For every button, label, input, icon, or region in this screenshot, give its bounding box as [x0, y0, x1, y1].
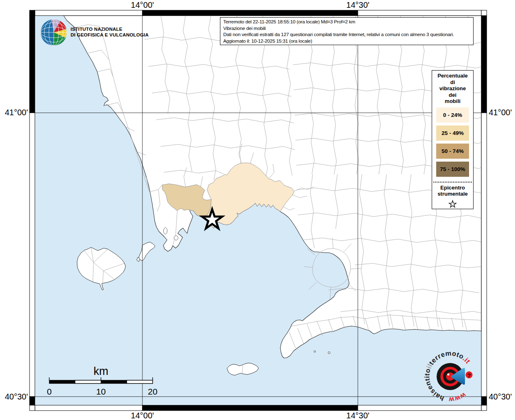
legend-epicenter-line: Epicentro — [432, 185, 473, 191]
info-line-updated: Aggiornato il: 10-12-2025 15:31 (ora loc… — [223, 38, 471, 45]
legend-title-line: Percentuale — [432, 73, 473, 79]
hsit-bullseye-highlight — [447, 373, 449, 375]
scale-label-10: 10 — [96, 387, 105, 396]
frame-corner-bl — [30, 405, 35, 411]
felt-map-stage: ISTITUTO NAZIONALE DI GEOFISICA E VULCAN… — [0, 0, 515, 420]
legend-class-50-74: 50 - 74% — [436, 144, 469, 159]
axis-label-top-right: 14°30' — [346, 0, 369, 9]
map-interior: ISTITUTO NAZIONALE DI GEOFISICA E VULCAN… — [0, 0, 481, 405]
lake-miseno — [174, 236, 178, 240]
axis-label-bottom-right: 14°30' — [346, 411, 369, 420]
legend-class-label: 50 - 74% — [442, 148, 464, 154]
legend-class-25-49: 25 - 49% — [436, 126, 469, 141]
legend-title-line: vibrazione — [432, 85, 473, 92]
info-line-type: Vibrazione dei mobili — [223, 25, 471, 32]
legend-epicenter-star-icon — [448, 200, 457, 208]
legend-class-label: 25 - 49% — [442, 130, 464, 136]
earthquake-info-box: Terremoto del 22-11-2025 18:55:10 (ora l… — [220, 17, 474, 45]
frame-corner-tr — [481, 10, 487, 16]
axis-label-right-40: 40°30' — [489, 392, 512, 401]
legend-class-label: 75 - 100% — [440, 166, 465, 172]
scale-label-20: 20 — [148, 387, 157, 396]
legend-class-label: 0 - 24% — [443, 112, 462, 118]
frame-corner-br — [481, 405, 487, 411]
map-canvas: ISTITUTO NAZIONALE DI GEOFISICA E VULCAN… — [0, 0, 515, 420]
ingv-logo-line1: ISTITUTO NAZIONALE — [71, 27, 122, 32]
scale-bar-unit: km — [94, 365, 108, 377]
scale-label-0: 0 — [47, 387, 52, 396]
legend-epicenter-title: Epicentro strumentale — [432, 185, 473, 197]
legend-title-line: di — [432, 79, 473, 86]
lake-fusaro — [164, 228, 167, 234]
legend-epicenter-line: strumentale — [432, 191, 473, 197]
frame-corner-tl — [30, 10, 35, 16]
legend-title-line: mobili — [432, 98, 473, 105]
islet-li-galli-1 — [314, 351, 316, 352]
axis-label-left-41: 41°00' — [5, 108, 28, 117]
legend-divider — [433, 182, 472, 183]
legend-class-75-100: 75 - 100% — [436, 162, 469, 177]
islet-li-galli-2 — [328, 352, 330, 354]
axis-label-left-40: 40°30' — [5, 392, 28, 401]
axis-label-right-41: 41°00' — [489, 108, 512, 117]
legend-title-line: dei — [432, 92, 473, 98]
legend-title: Percentuale di vibrazione dei mobili — [432, 73, 473, 105]
legend-class-0-24: 0 - 24% — [436, 107, 469, 123]
legend: Percentuale di vibrazione dei mobili 0 -… — [432, 70, 474, 209]
info-line-event: Terremoto del 22-11-2025 18:55:10 (ora l… — [223, 19, 471, 25]
axis-label-bottom-left: 14°00' — [131, 411, 154, 420]
ingv-logo-line2: DI GEOFISICA E VULCANOLOGIA — [71, 32, 149, 37]
info-line-source: Dati non verificati estratti da 127 ques… — [223, 32, 471, 38]
hsit-question-mark: ? — [467, 372, 471, 379]
axis-label-top-left: 14°00' — [131, 0, 154, 9]
